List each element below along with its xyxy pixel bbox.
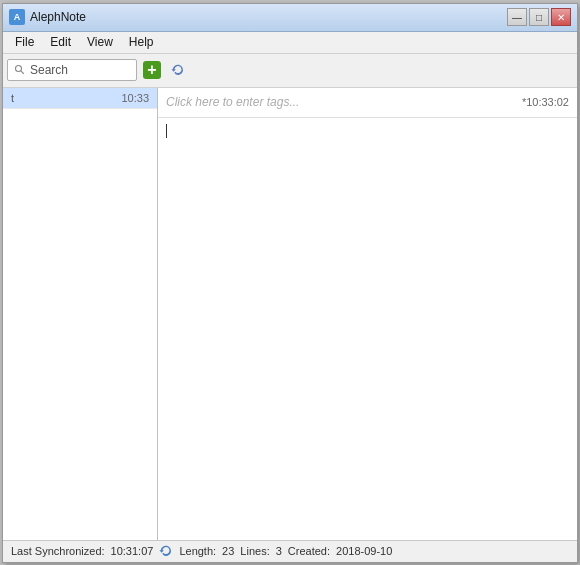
lines-value: 3 <box>276 545 282 557</box>
sync-label: Last Synchronized: <box>11 545 105 557</box>
text-cursor <box>166 124 167 138</box>
created-value: 2018-09-10 <box>336 545 392 557</box>
lines-label: Lines: <box>240 545 269 557</box>
title-bar: A AlephNote — □ ✕ <box>3 4 577 32</box>
minimize-button[interactable]: — <box>507 8 527 26</box>
note-timestamp: *10:33:02 <box>522 96 569 108</box>
note-body[interactable] <box>158 118 577 540</box>
sync-button[interactable] <box>167 59 189 81</box>
menu-bar: File Edit View Help <box>3 32 577 54</box>
main-window: A AlephNote — □ ✕ File Edit View Help Se… <box>2 3 578 563</box>
toolbar: Search + <box>3 54 577 88</box>
note-editor-header: Click here to enter tags... *10:33:02 <box>158 88 577 118</box>
title-bar-left: A AlephNote <box>9 9 86 25</box>
tags-placeholder[interactable]: Click here to enter tags... <box>166 95 522 109</box>
notes-list: t 10:33 <box>3 88 158 540</box>
maximize-button[interactable]: □ <box>529 8 549 26</box>
sync-icon <box>171 63 185 77</box>
created-label: Created: <box>288 545 330 557</box>
window-title: AlephNote <box>30 10 86 24</box>
plus-icon: + <box>143 61 161 79</box>
window-controls: — □ ✕ <box>507 8 571 26</box>
note-editor: Click here to enter tags... *10:33:02 <box>158 88 577 540</box>
main-content: t 10:33 Click here to enter tags... *10:… <box>3 88 577 540</box>
sync-time: 10:31:07 <box>111 545 154 557</box>
menu-view[interactable]: View <box>79 33 121 51</box>
app-icon: A <box>9 9 25 25</box>
menu-edit[interactable]: Edit <box>42 33 79 51</box>
menu-help[interactable]: Help <box>121 33 162 51</box>
search-icon <box>14 64 26 76</box>
close-button[interactable]: ✕ <box>551 8 571 26</box>
add-note-button[interactable]: + <box>141 59 163 81</box>
search-input-display: Search <box>30 63 130 77</box>
note-item-icon: t <box>11 92 14 104</box>
note-list-item[interactable]: t 10:33 <box>3 88 157 109</box>
note-item-time: 10:33 <box>121 92 149 104</box>
length-value: 23 <box>222 545 234 557</box>
svg-line-1 <box>21 71 24 74</box>
status-sync-icon[interactable] <box>159 544 173 558</box>
status-bar: Last Synchronized: 10:31:07 Length: 23 L… <box>3 540 577 562</box>
svg-point-0 <box>16 66 22 72</box>
length-label: Length: <box>179 545 216 557</box>
note-title-input[interactable] <box>193 63 573 77</box>
search-box[interactable]: Search <box>7 59 137 81</box>
menu-file[interactable]: File <box>7 33 42 51</box>
